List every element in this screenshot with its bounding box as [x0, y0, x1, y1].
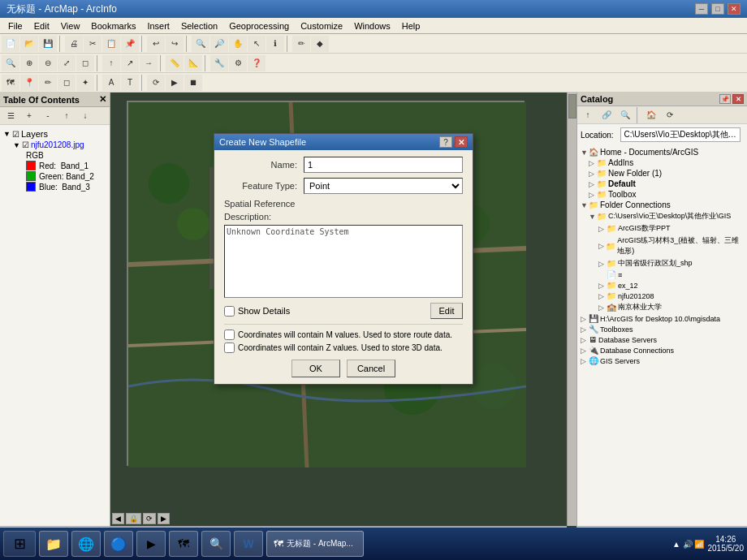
- taskbar-search[interactable]: 🔍: [201, 531, 231, 557]
- tree-arcgis-materials[interactable]: ▷ 📁 ArcGIS练习材料3_(植被、辐射、三维地形): [579, 235, 745, 257]
- toc-up-btn[interactable]: ↑: [58, 108, 76, 124]
- tb3-btn6[interactable]: A: [102, 75, 120, 91]
- menu-item-bookmarks[interactable]: Bookmarks: [86, 20, 140, 32]
- tb2-btn4[interactable]: ⤢: [58, 55, 76, 71]
- select-btn[interactable]: ↖: [248, 36, 266, 52]
- taskbar-word[interactable]: W: [234, 531, 263, 557]
- cat-search-btn[interactable]: 🔍: [616, 107, 634, 123]
- tree-nanjing-forest[interactable]: ▷ 🏫 南京林业大学: [579, 301, 745, 313]
- toc-close-icon[interactable]: ✕: [99, 94, 106, 105]
- tree-new-folder[interactable]: ▷ 📁 New Folder (1): [579, 168, 745, 179]
- save-btn[interactable]: 💾: [39, 36, 57, 52]
- copy-btn[interactable]: 📋: [102, 36, 120, 52]
- minimize-btn[interactable]: ─: [695, 3, 708, 15]
- paste-btn[interactable]: 📌: [121, 36, 139, 52]
- menu-item-file[interactable]: File: [3, 20, 28, 32]
- tb2-btn9[interactable]: 📏: [166, 55, 184, 71]
- taskbar-browser[interactable]: 🔵: [104, 531, 133, 557]
- tb2-btn2[interactable]: ⊕: [20, 55, 38, 71]
- taskbar-explorer[interactable]: 📁: [39, 531, 68, 557]
- catalog-pin-icon[interactable]: 📌: [719, 94, 731, 104]
- feature-type-select[interactable]: Point Multipoint Polyline Polygon: [304, 178, 463, 194]
- vertex-btn[interactable]: ◆: [311, 36, 329, 52]
- cancel-button[interactable]: Cancel: [347, 360, 395, 377]
- menu-item-insert[interactable]: Insert: [142, 20, 175, 32]
- tree-addins[interactable]: ▷ 📁 AddIns: [579, 157, 745, 168]
- taskbar-ie[interactable]: 🌐: [71, 531, 101, 557]
- tree-db-connections[interactable]: ▷ 🔌 Database Connections: [579, 345, 745, 355]
- tree-db-servers[interactable]: ▷ 🖥 Database Servers: [579, 334, 745, 345]
- menu-item-geoprocessing[interactable]: Geoprocessing: [224, 20, 294, 32]
- menu-item-windows[interactable]: Windows: [349, 20, 395, 32]
- cut-btn[interactable]: ✂: [84, 36, 101, 52]
- tb3-btn2[interactable]: 📍: [20, 75, 38, 91]
- tb2-btn6[interactable]: ↑: [102, 55, 120, 71]
- tb2-btn8[interactable]: →: [140, 55, 158, 71]
- arcmap-taskbar-btn[interactable]: 🗺 无标题 - ArcMap...: [266, 531, 364, 557]
- tree-china-shp[interactable]: ▷ 📁 中国省级行政区划_shp: [579, 257, 745, 269]
- maximize-btn[interactable]: □: [711, 3, 724, 15]
- tb3-btn3[interactable]: ✏: [39, 75, 57, 91]
- tree-ex12[interactable]: ▷ 📁 ex_12: [579, 280, 745, 291]
- dialog-help-btn[interactable]: ?: [439, 136, 452, 148]
- tree-arcgis-desktop[interactable]: ▷ 💾 H:\ArcGIS for Desktop 10.0\mgisdata: [579, 313, 745, 324]
- tb3-btn10[interactable]: ⏹: [184, 75, 202, 91]
- tree-folder-connections[interactable]: ▼ 📁 Folder Connections: [579, 200, 745, 210]
- catalog-close-icon[interactable]: ✕: [732, 94, 744, 104]
- zoom-out-btn[interactable]: 🔎: [210, 36, 228, 52]
- tree-arcgis-ppt[interactable]: ▷ 📁 ArcGIS数学PPT: [579, 222, 745, 235]
- name-input[interactable]: [304, 157, 463, 173]
- print-btn[interactable]: 🖨: [65, 36, 83, 52]
- menu-item-edit[interactable]: Edit: [29, 20, 54, 32]
- redo-btn[interactable]: ↪: [166, 36, 184, 52]
- layer-njfu-title[interactable]: ▼ ☑ njfu201208.jpg: [13, 140, 106, 150]
- open-btn[interactable]: 📂: [20, 36, 38, 52]
- map-area[interactable]: ◀ 🔒 ⟳ ▶ Create New Shapefile ? ✕ Name:: [110, 93, 576, 536]
- tb2-btn13[interactable]: ❓: [248, 55, 266, 71]
- tb3-btn8[interactable]: ⟳: [147, 75, 165, 91]
- new-btn[interactable]: 📄: [2, 36, 19, 52]
- m-values-checkbox[interactable]: [224, 330, 235, 340]
- tb2-btn11[interactable]: 🔧: [210, 55, 228, 71]
- cat-connect-btn[interactable]: 🔗: [598, 107, 615, 123]
- dialog-close-button[interactable]: ✕: [455, 136, 468, 148]
- tb2-btn7[interactable]: ↗: [121, 55, 139, 71]
- tb2-btn12[interactable]: ⚙: [229, 55, 247, 71]
- tb3-btn5[interactable]: ✦: [76, 75, 94, 91]
- identify-btn[interactable]: ℹ: [266, 36, 284, 52]
- toc-remove-btn[interactable]: -: [39, 108, 57, 124]
- menu-item-help[interactable]: Help: [397, 20, 425, 32]
- tree-doc-file[interactable]: 📄 ≡: [579, 269, 745, 280]
- menu-item-view[interactable]: View: [56, 20, 85, 32]
- cat-home-btn[interactable]: 🏠: [642, 107, 660, 123]
- ok-button[interactable]: OK: [291, 360, 340, 377]
- tree-gis-path[interactable]: ▼ 📁 C:\Users\Vio王\Desktop\其他作业\GIS: [579, 210, 745, 222]
- cat-refresh-btn[interactable]: ⟳: [661, 107, 679, 123]
- tb2-btn3[interactable]: ⊖: [39, 55, 57, 71]
- catalog-location-input[interactable]: C:\Users\Vio王\Desktop\其他作业\GIS: [620, 127, 741, 142]
- tb2-btn5[interactable]: ◻: [76, 55, 94, 71]
- tb3-btn7[interactable]: T: [121, 75, 139, 91]
- tree-toolboxes[interactable]: ▷ 🔧 Toolboxes: [579, 324, 745, 334]
- layer-checkbox[interactable]: ☑: [22, 140, 29, 149]
- toc-list-btn[interactable]: ☰: [2, 108, 19, 124]
- edit-tool[interactable]: ✏: [292, 36, 310, 52]
- tree-gis-servers[interactable]: ▷ 🌐 GIS Servers: [579, 355, 745, 366]
- taskbar-media[interactable]: ▶: [136, 531, 166, 557]
- tb2-btn1[interactable]: 🔍: [2, 55, 19, 71]
- show-details-checkbox[interactable]: [224, 306, 235, 317]
- menu-item-customize[interactable]: Customize: [296, 20, 348, 32]
- tb3-btn4[interactable]: ◻: [58, 75, 76, 91]
- menu-item-selection[interactable]: Selection: [176, 20, 222, 32]
- pan-btn[interactable]: ✋: [229, 36, 247, 52]
- edit-button[interactable]: Edit: [430, 303, 463, 319]
- cat-up-btn[interactable]: ↑: [579, 107, 597, 123]
- tree-toolbox[interactable]: ▷ 📁 Toolbox: [579, 189, 745, 200]
- checkbox-icon[interactable]: ☑: [12, 130, 19, 139]
- start-btn[interactable]: ⊞: [3, 531, 36, 557]
- zoom-in-btn[interactable]: 🔍: [192, 36, 209, 52]
- tree-njfu201208[interactable]: ▷ 📁 njfu201208: [579, 291, 745, 301]
- toc-add-btn[interactable]: +: [20, 108, 38, 124]
- tree-home[interactable]: ▼ 🏠 Home - Documents/ArcGIS: [579, 147, 745, 157]
- layers-group-title[interactable]: ▼ ☑ Layers: [3, 128, 106, 140]
